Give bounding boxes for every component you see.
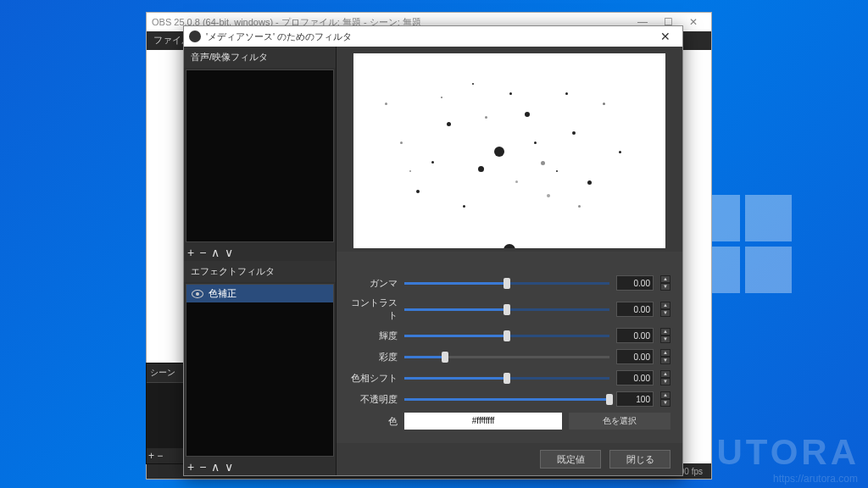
defaults-button[interactable]: 既定値 <box>540 450 601 469</box>
filter-preview <box>353 53 665 248</box>
contrast-label: コントラスト <box>348 297 398 322</box>
audio-video-filter-list[interactable] <box>186 69 334 242</box>
down-icon[interactable]: ∨ <box>225 246 233 259</box>
saturation-row: 彩度 ▲▼ <box>348 349 670 364</box>
opacity-label: 不透明度 <box>348 393 398 406</box>
up-icon[interactable]: ∧ <box>211 460 220 474</box>
color-label: 色 <box>348 415 398 428</box>
dialog-close-button[interactable]: ✕ <box>654 30 677 43</box>
filter-item-color-correction[interactable]: 色補正 <box>186 285 333 302</box>
filter-dialog: 'メディアソース' のためのフィルタ ✕ 音声/映像フィルタ + − ∧ ∨ エ… <box>183 25 683 476</box>
spinner-down-icon[interactable]: ▼ <box>660 357 670 364</box>
spinner-down-icon[interactable]: ▼ <box>660 309 670 317</box>
saturation-label: 彩度 <box>348 351 398 363</box>
av-filter-toolbar: + − ∧ ∨ <box>184 244 336 261</box>
saturation-input[interactable] <box>616 349 654 364</box>
contrast-slider[interactable] <box>404 308 609 311</box>
spinner-up-icon[interactable]: ▲ <box>660 391 670 399</box>
spinner-up-icon[interactable]: ▲ <box>660 275 670 283</box>
hue-label: 色相シフト <box>348 372 398 385</box>
remove-icon[interactable]: − <box>199 460 206 474</box>
opacity-row: 不透明度 ▲▼ <box>348 391 670 407</box>
dialog-footer: 既定値 閉じる <box>337 443 682 475</box>
brightness-slider[interactable] <box>404 335 609 337</box>
gamma-label: ガンマ <box>348 277 398 290</box>
spinner-down-icon[interactable]: ▼ <box>660 336 670 343</box>
add-icon[interactable]: + <box>187 246 194 259</box>
gamma-input[interactable] <box>616 275 654 291</box>
spinner-down-icon[interactable]: ▼ <box>660 399 670 407</box>
contrast-input[interactable] <box>616 302 654 317</box>
spinner-up-icon[interactable]: ▲ <box>660 302 670 309</box>
obs-icon <box>189 30 201 42</box>
add-icon[interactable]: + <box>148 450 154 462</box>
opacity-input[interactable] <box>616 391 654 407</box>
spinner-down-icon[interactable]: ▼ <box>660 378 670 385</box>
audio-video-filter-label: 音声/映像フィルタ <box>184 47 336 68</box>
dialog-title: 'メディアソース' のためのフィルタ <box>206 30 352 43</box>
close-button[interactable]: 閉じる <box>609 450 670 469</box>
color-value-button[interactable]: #ffffffff <box>404 413 562 430</box>
hue-input[interactable] <box>616 370 654 385</box>
brightness-label: 輝度 <box>348 330 398 342</box>
dialog-titlebar[interactable]: 'メディアソース' のためのフィルタ ✕ <box>184 26 682 47</box>
color-row: 色 #ffffffff 色を選択 <box>348 413 670 430</box>
gamma-slider[interactable] <box>404 282 609 285</box>
spinner-up-icon[interactable]: ▲ <box>660 349 670 357</box>
contrast-row: コントラスト ▲▼ <box>348 297 670 322</box>
add-icon[interactable]: + <box>187 460 194 474</box>
effect-filter-list[interactable]: 色補正 <box>186 284 334 457</box>
hue-row: 色相シフト ▲▼ <box>348 370 670 385</box>
visibility-icon[interactable] <box>192 290 203 298</box>
hue-slider[interactable] <box>404 377 609 380</box>
close-button[interactable]: ✕ <box>681 16 706 28</box>
filter-lists-panel: 音声/映像フィルタ + − ∧ ∨ エフェクトフィルタ 色補正 + − ∧ ∨ <box>184 47 337 475</box>
opacity-slider[interactable] <box>404 398 609 401</box>
spinner-up-icon[interactable]: ▲ <box>660 370 670 378</box>
spinner-up-icon[interactable]: ▲ <box>660 328 670 336</box>
remove-icon[interactable]: − <box>157 450 163 462</box>
spinner-down-icon[interactable]: ▼ <box>660 283 670 291</box>
brightness-input[interactable] <box>616 328 654 343</box>
effect-filter-toolbar: + − ∧ ∨ <box>184 458 336 475</box>
remove-icon[interactable]: − <box>199 246 206 259</box>
up-icon[interactable]: ∧ <box>211 246 220 259</box>
filter-properties: ガンマ ▲▼ コントラスト ▲▼ 輝度 ▲▼ <box>337 252 682 443</box>
watermark-url: https://arutora.com <box>773 473 858 485</box>
down-icon[interactable]: ∨ <box>225 460 233 474</box>
select-color-button[interactable]: 色を選択 <box>569 413 670 430</box>
saturation-slider[interactable] <box>404 356 609 358</box>
gamma-row: ガンマ ▲▼ <box>348 275 670 291</box>
brightness-row: 輝度 ▲▼ <box>348 328 670 343</box>
effect-filter-label: エフェクトフィルタ <box>184 261 336 282</box>
filter-item-label: 色補正 <box>209 287 236 300</box>
